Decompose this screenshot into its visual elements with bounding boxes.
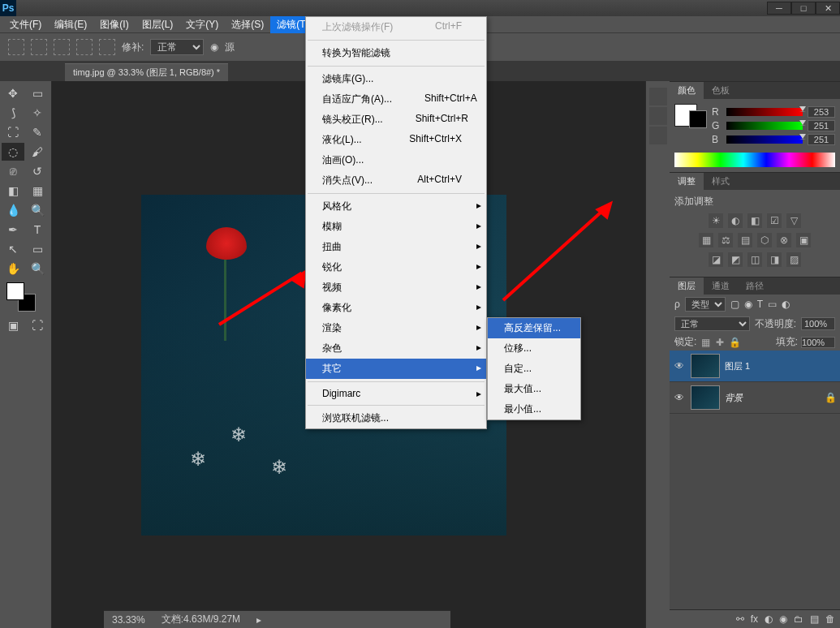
lock-pixels-icon[interactable]: ▦ <box>700 337 711 348</box>
dodge-tool[interactable]: 🔍 <box>26 201 49 219</box>
tab-adjustments[interactable]: 调整 <box>670 173 704 190</box>
patch-tool[interactable]: ◌ <box>2 143 24 161</box>
layer-name[interactable]: 背景 <box>725 392 820 404</box>
filter-icon[interactable]: ▢ <box>730 299 739 310</box>
tab-color[interactable]: 颜色 <box>670 82 704 99</box>
lock-position-icon[interactable]: ✚ <box>714 337 726 348</box>
menu-item-maximum[interactable]: 最大值... <box>488 379 580 399</box>
menu-item-blur[interactable]: 模糊 <box>306 217 486 237</box>
blend-mode-select[interactable]: 正常 <box>674 316 750 331</box>
fill-adjust-icon[interactable]: ◉ <box>779 613 787 625</box>
crop-tool[interactable]: ⛶ <box>2 123 24 141</box>
strip-icon[interactable] <box>649 107 667 125</box>
link-icon[interactable]: ⚯ <box>736 613 744 625</box>
adjust-icon[interactable]: ⚖ <box>718 233 733 247</box>
menu-item-minimum[interactable]: 最小值... <box>488 399 580 419</box>
pen-tool[interactable]: ✒ <box>2 221 24 239</box>
tab-styles[interactable]: 样式 <box>704 173 738 190</box>
menu-image[interactable]: 图像(I) <box>93 16 135 33</box>
eraser-tool[interactable]: ◧ <box>2 182 24 200</box>
menu-item-distort[interactable]: 扭曲 <box>306 237 486 257</box>
filter-icon[interactable]: ◐ <box>782 299 790 310</box>
screenmode-icon[interactable]: ⛶ <box>26 316 49 334</box>
menu-item-render[interactable]: 渲染 <box>306 318 486 338</box>
adjust-icon[interactable]: ▦ <box>699 233 713 247</box>
blue-value[interactable] <box>808 134 835 145</box>
delete-icon[interactable]: 🗑 <box>825 613 835 625</box>
layer-item[interactable]: 👁 图层 1 <box>670 351 840 382</box>
layer-thumbnail[interactable] <box>691 385 720 410</box>
move-tool[interactable]: ✥ <box>2 84 24 102</box>
zoom-level[interactable]: 33.33% <box>112 614 145 626</box>
close-button[interactable]: ✕ <box>816 2 840 15</box>
path-tool[interactable]: ↖ <box>2 240 24 258</box>
filter-icon[interactable]: T <box>757 299 763 310</box>
lasso-tool[interactable]: ⟆ <box>2 104 24 122</box>
history-brush-tool[interactable]: ↺ <box>26 162 49 180</box>
adjust-icon[interactable]: ⬡ <box>757 233 772 247</box>
adjust-icon[interactable]: ☀ <box>709 213 723 228</box>
tab-channels[interactable]: 通道 <box>704 277 738 295</box>
strip-icon[interactable] <box>649 127 667 144</box>
selection-mode-icon[interactable] <box>76 39 93 55</box>
adjust-icon[interactable]: ◧ <box>747 213 762 228</box>
menu-item-noise[interactable]: 杂色 <box>306 338 486 359</box>
menu-item-sharpen[interactable]: 锐化 <box>306 257 486 277</box>
selection-mode-icon[interactable] <box>54 39 70 55</box>
tool-preset-icon[interactable] <box>8 39 24 55</box>
tab-paths[interactable]: 路径 <box>738 277 772 295</box>
menu-layer[interactable]: 图层(L) <box>136 16 180 33</box>
hand-tool[interactable]: ✋ <box>2 260 24 277</box>
bg-swatch[interactable] <box>689 110 707 128</box>
mask-icon[interactable]: ◐ <box>765 613 773 625</box>
layer-item[interactable]: 👁 背景 🔒 <box>670 382 840 414</box>
quickmask-icon[interactable]: ▣ <box>2 316 24 334</box>
menu-item-custom[interactable]: 自定... <box>488 359 580 379</box>
minimize-button[interactable]: ─ <box>767 2 791 15</box>
menu-edit[interactable]: 编辑(E) <box>48 16 93 33</box>
document-tab[interactable]: timg.jpg @ 33.3% (图层 1, RGB/8#) * <box>65 63 228 81</box>
menu-item-stylize[interactable]: 风格化 <box>306 196 486 217</box>
menu-item-smart-filter[interactable]: 转换为智能滤镜 <box>306 43 486 63</box>
type-tool[interactable]: T <box>26 221 49 239</box>
adjust-icon[interactable]: ◐ <box>728 213 743 228</box>
menu-item-adaptive-wide[interactable]: 自适应广角(A)...Shift+Ctrl+A <box>306 89 486 110</box>
layer-name[interactable]: 图层 1 <box>725 360 837 372</box>
adjust-icon[interactable]: ⊗ <box>777 233 791 247</box>
color-swatches[interactable] <box>6 282 36 312</box>
adjust-icon[interactable]: ▣ <box>796 233 811 247</box>
visibility-icon[interactable]: 👁 <box>673 392 686 403</box>
blue-slider[interactable] <box>726 135 803 144</box>
group-icon[interactable]: 🗀 <box>794 613 803 625</box>
menu-item-video[interactable]: 视频 <box>306 277 486 298</box>
menu-item-last-filter[interactable]: 上次滤镜操作(F)Ctrl+F <box>306 17 486 37</box>
brush-tool[interactable]: 🖌 <box>26 143 49 161</box>
menu-item-pixelate[interactable]: 像素化 <box>306 298 486 318</box>
menu-item-vanishing-point[interactable]: 消失点(V)...Alt+Ctrl+V <box>306 170 486 191</box>
layer-thumbnail[interactable] <box>691 354 720 378</box>
fill-input[interactable] <box>801 337 835 348</box>
menu-item-browse-online[interactable]: 浏览联机滤镜... <box>306 408 486 428</box>
green-slider[interactable] <box>726 122 803 130</box>
maximize-button[interactable]: □ <box>791 2 816 15</box>
tab-layers[interactable]: 图层 <box>670 277 704 295</box>
zoom-tool[interactable]: 🔍 <box>26 260 49 277</box>
lock-all-icon[interactable]: 🔒 <box>729 337 740 348</box>
adjust-icon[interactable]: ☑ <box>767 213 782 228</box>
red-slider[interactable] <box>726 108 803 116</box>
spectrum-picker[interactable] <box>674 153 835 167</box>
menu-item-digimarc[interactable]: Digimarc <box>306 385 486 402</box>
filter-icon[interactable]: ▭ <box>768 299 777 310</box>
stamp-tool[interactable]: ⎚ <box>2 162 24 180</box>
marquee-tool[interactable]: ▭ <box>26 84 49 102</box>
menu-file[interactable]: 文件(F) <box>3 16 48 33</box>
blur-tool[interactable]: 💧 <box>2 201 24 219</box>
visibility-icon[interactable]: 👁 <box>673 360 686 372</box>
menu-item-filter-gallery[interactable]: 滤镜库(G)... <box>306 69 486 89</box>
selection-mode-icon[interactable] <box>31 39 47 55</box>
menu-item-oil-paint[interactable]: 油画(O)... <box>306 150 486 170</box>
adjust-icon[interactable]: ▤ <box>738 233 752 247</box>
menu-select[interactable]: 选择(S) <box>225 16 270 33</box>
menu-item-other[interactable]: 其它 <box>306 359 486 379</box>
adjust-icon[interactable]: ▽ <box>786 213 801 228</box>
